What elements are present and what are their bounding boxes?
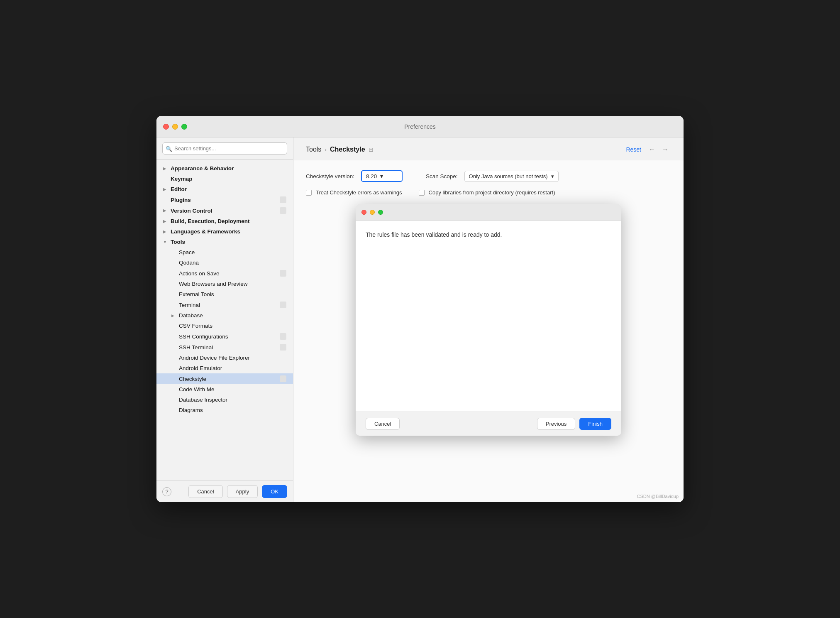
sidebar-item-build[interactable]: ▶Build, Execution, Deployment: [156, 216, 293, 226]
sidebar-item-label: Android Device File Explorer: [179, 355, 250, 361]
sidebar-item-label: SSH Terminal: [179, 344, 213, 351]
bottom-bar: ? Cancel Apply OK: [156, 481, 293, 502]
sidebar-list: ▶Appearance & BehaviorKeymap▶EditorPlugi…: [156, 160, 293, 481]
sidebar-item-web-browsers[interactable]: Web Browsers and Preview: [156, 279, 293, 289]
sidebar-item-label: Database: [179, 312, 203, 319]
sidebar-item-label: Web Browsers and Preview: [179, 281, 248, 287]
sidebar-item-label: Keymap: [171, 176, 193, 182]
dialog-close-button[interactable]: [361, 210, 366, 215]
dialog-titlebar: [356, 204, 621, 221]
search-box: 🔍: [156, 137, 293, 160]
dialog-footer-right: Previous Finish: [537, 418, 611, 430]
search-input[interactable]: [162, 142, 287, 154]
sidebar-item-label: CSV Formats: [179, 323, 212, 329]
sidebar-item-checkstyle[interactable]: Checkstyle: [156, 373, 293, 384]
sidebar-item-label: Actions on Save: [179, 270, 220, 277]
sidebar-item-external-tools[interactable]: External Tools: [156, 289, 293, 299]
sidebar-item-label: Terminal: [179, 302, 200, 308]
bottom-actions: Cancel Apply OK: [188, 485, 287, 498]
dialog-overlay: The rules file has been validated and is…: [293, 137, 684, 502]
sidebar-item-appearance[interactable]: ▶Appearance & Behavior: [156, 163, 293, 174]
sidebar-item-code-with-me[interactable]: Code With Me: [156, 384, 293, 395]
search-icon: 🔍: [166, 145, 172, 152]
sidebar-item-label: Database Inspector: [179, 397, 227, 403]
dialog-footer-left: Cancel: [366, 418, 400, 430]
sidebar-badge: [280, 207, 286, 214]
ok-button[interactable]: OK: [262, 485, 287, 498]
sidebar-badge: [280, 375, 286, 382]
cancel-button[interactable]: Cancel: [188, 485, 222, 498]
chevron-icon: ▼: [163, 240, 168, 244]
sidebar-badge: [280, 344, 286, 351]
apply-button[interactable]: Apply: [227, 485, 258, 498]
validation-dialog: The rules file has been validated and is…: [356, 204, 621, 436]
dialog-message: The rules file has been validated and is…: [366, 231, 611, 239]
search-wrapper: 🔍: [162, 142, 287, 154]
sidebar-item-android-emulator[interactable]: Android Emulator: [156, 363, 293, 373]
sidebar-badge: [280, 302, 286, 308]
sidebar-item-ssh-terminal[interactable]: SSH Terminal: [156, 342, 293, 353]
minimize-button[interactable]: [172, 124, 178, 130]
dialog-previous-button[interactable]: Previous: [537, 418, 576, 430]
sidebar-item-diagrams[interactable]: Diagrams: [156, 405, 293, 415]
dialog-maximize-button[interactable]: [378, 210, 383, 215]
dialog-cancel-button[interactable]: Cancel: [366, 418, 400, 430]
sidebar-item-label: Code With Me: [179, 386, 215, 392]
sidebar-item-label: Checkstyle: [179, 376, 206, 382]
sidebar-item-label: Plugins: [171, 197, 191, 203]
dialog-footer: Cancel Previous Finish: [356, 412, 621, 436]
chevron-icon: ▶: [163, 219, 168, 223]
sidebar-badge: [280, 333, 286, 340]
sidebar-item-ssh-configurations[interactable]: SSH Configurations: [156, 331, 293, 342]
sidebar-item-languages[interactable]: ▶Languages & Frameworks: [156, 226, 293, 237]
sidebar-item-android-file-explorer[interactable]: Android Device File Explorer: [156, 353, 293, 363]
chevron-icon: ▶: [163, 230, 168, 234]
sidebar-item-label: Diagrams: [179, 407, 203, 413]
sidebar-item-label: Space: [179, 249, 195, 255]
sidebar-item-label: Appearance & Behavior: [171, 165, 234, 172]
sidebar-item-label: External Tools: [179, 291, 214, 297]
chevron-icon: ▶: [163, 187, 168, 191]
titlebar: Preferences: [156, 116, 684, 137]
sidebar-item-database[interactable]: ▶Database: [156, 310, 293, 321]
sidebar-item-editor[interactable]: ▶Editor: [156, 184, 293, 194]
sidebar-item-terminal[interactable]: Terminal: [156, 299, 293, 310]
sidebar-item-actions-on-save[interactable]: Actions on Save: [156, 268, 293, 279]
content-area: Tools › Checkstyle ⊟ Reset ← → Checkstyl…: [293, 137, 684, 502]
dialog-minimize-button[interactable]: [370, 210, 375, 215]
traffic-lights: [163, 124, 187, 130]
sidebar-item-plugins[interactable]: Plugins: [156, 194, 293, 205]
chevron-icon: ▶: [171, 314, 176, 318]
sidebar-item-version-control[interactable]: ▶Version Control: [156, 205, 293, 216]
sidebar-badge: [280, 270, 286, 277]
sidebar-item-database-inspector[interactable]: Database Inspector: [156, 395, 293, 405]
sidebar-item-tools[interactable]: ▼Tools: [156, 237, 293, 247]
sidebar-item-csv-formats[interactable]: CSV Formats: [156, 321, 293, 331]
sidebar-item-label: Languages & Frameworks: [171, 228, 240, 235]
sidebar-item-keymap[interactable]: Keymap: [156, 174, 293, 184]
help-button[interactable]: ?: [162, 487, 171, 496]
sidebar-item-label: Qodana: [179, 260, 199, 266]
main-content: 🔍 ▶Appearance & BehaviorKeymap▶EditorPlu…: [156, 137, 684, 502]
sidebar: 🔍 ▶Appearance & BehaviorKeymap▶EditorPlu…: [156, 137, 293, 502]
dialog-body: The rules file has been validated and is…: [356, 221, 621, 412]
sidebar-item-qodana[interactable]: Qodana: [156, 258, 293, 268]
sidebar-item-label: Android Emulator: [179, 365, 222, 371]
sidebar-badge: [280, 196, 286, 203]
sidebar-item-label: Tools: [171, 239, 185, 245]
maximize-button[interactable]: [181, 124, 187, 130]
chevron-icon: ▶: [163, 208, 168, 213]
sidebar-item-label: Editor: [171, 186, 187, 192]
sidebar-item-label: Build, Execution, Deployment: [171, 218, 250, 224]
sidebar-item-label: Version Control: [171, 208, 212, 214]
close-button[interactable]: [163, 124, 169, 130]
dialog-finish-button[interactable]: Finish: [579, 418, 611, 430]
chevron-icon: ▶: [163, 167, 168, 171]
window-title: Preferences: [404, 123, 435, 130]
preferences-window: Preferences 🔍 ▶Appearance & BehaviorKeym…: [156, 116, 684, 502]
sidebar-item-label: SSH Configurations: [179, 334, 228, 340]
sidebar-item-space[interactable]: Space: [156, 247, 293, 258]
